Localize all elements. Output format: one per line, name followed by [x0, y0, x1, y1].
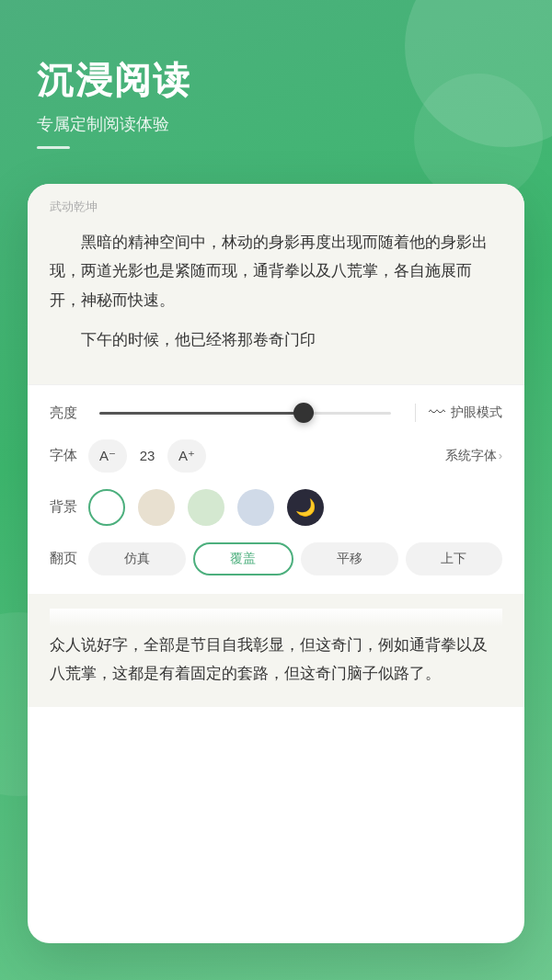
reading-fade	[28, 357, 524, 384]
reading-text: 黑暗的精神空间中，林动的身影再度出现而随着他的身影出现，两道光影也是紧随而现，通…	[50, 228, 502, 355]
pageturn-cover[interactable]: 覆盖	[193, 542, 294, 575]
moon-icon: 🌙	[295, 497, 316, 518]
background-row: 背景 🌙	[50, 489, 502, 526]
eye-mode-label: 护眼模式	[451, 405, 502, 421]
eye-mode-toggle[interactable]: 〰 护眼模式	[429, 404, 502, 423]
eye-icon: 〰	[429, 404, 445, 423]
pageturn-options: 仿真 覆盖 平移 上下	[88, 542, 502, 575]
header-line	[37, 146, 70, 149]
slider-thumb[interactable]	[293, 403, 314, 423]
brightness-slider[interactable]	[99, 412, 391, 415]
bottom-reading-text: 众人说好字，全部是节目自我彰显，但这奇门，例如通背拳以及八荒掌，这都是有着固定的…	[50, 631, 502, 689]
chevron-right-icon: ›	[499, 449, 502, 462]
bg-options: 🌙	[88, 489, 502, 526]
reading-area: 武动乾坤 黑暗的精神空间中，林动的身影再度出现而随着他的身影出现，两道光影也是紧…	[28, 184, 524, 384]
slider-track	[99, 412, 391, 415]
pageturn-slide[interactable]: 平移	[301, 542, 398, 575]
brightness-label: 亮度	[50, 405, 88, 422]
font-controls: A⁻ 23 A⁺ 系统字体 ›	[88, 439, 502, 473]
header-title: 沉浸阅读	[37, 55, 515, 106]
book-title: 武动乾坤	[50, 199, 502, 215]
font-size-display: 23	[136, 448, 158, 463]
header-subtitle: 专属定制阅读体验	[37, 113, 515, 135]
bottom-fade	[50, 609, 502, 627]
font-row: 字体 A⁻ 23 A⁺ 系统字体 ›	[50, 439, 502, 473]
pageturn-simulated[interactable]: 仿真	[88, 542, 186, 575]
brightness-row: 亮度 〰 护眼模式	[50, 404, 502, 423]
font-decrease-button[interactable]: A⁻	[88, 439, 127, 473]
pageturn-row: 翻页 仿真 覆盖 平移 上下	[50, 542, 502, 575]
bg-option-green[interactable]	[188, 489, 224, 526]
reading-para-1: 黑暗的精神空间中，林动的身影再度出现而随着他的身影出现，两道光影也是紧随而现，通…	[50, 228, 502, 314]
bg-label: 背景	[50, 498, 88, 516]
slider-fill	[99, 412, 304, 415]
pageturn-label: 翻页	[50, 550, 88, 567]
main-card: 武动乾坤 黑暗的精神空间中，林动的身影再度出现而随着他的身影出现，两道光影也是紧…	[28, 184, 524, 943]
bottom-reading-area: 众人说好字，全部是节目自我彰显，但这奇门，例如通背拳以及八荒掌，这都是有着固定的…	[28, 594, 524, 707]
bg-option-dark[interactable]: 🌙	[287, 489, 324, 526]
pageturn-updown[interactable]: 上下	[406, 542, 503, 575]
header: 沉浸阅读 专属定制阅读体验	[0, 0, 552, 167]
font-label: 字体	[50, 447, 88, 464]
font-family-button[interactable]: 系统字体 ›	[445, 448, 502, 464]
font-family-label: 系统字体	[445, 448, 497, 464]
divider	[415, 404, 416, 422]
settings-panel: 亮度 〰 护眼模式 字体 A⁻ 23 A⁺ 系统字体	[28, 384, 524, 594]
reading-para-2: 下午的时候，他已经将那卷奇门印	[50, 325, 502, 354]
bg-option-beige[interactable]	[138, 489, 175, 526]
bg-option-blue[interactable]	[237, 489, 274, 526]
font-increase-button[interactable]: A⁺	[167, 439, 206, 473]
bottom-para: 众人说好字，全部是节目自我彰显，但这奇门，例如通背拳以及八荒掌，这都是有着固定的…	[50, 631, 502, 689]
bg-option-white[interactable]	[88, 489, 125, 526]
